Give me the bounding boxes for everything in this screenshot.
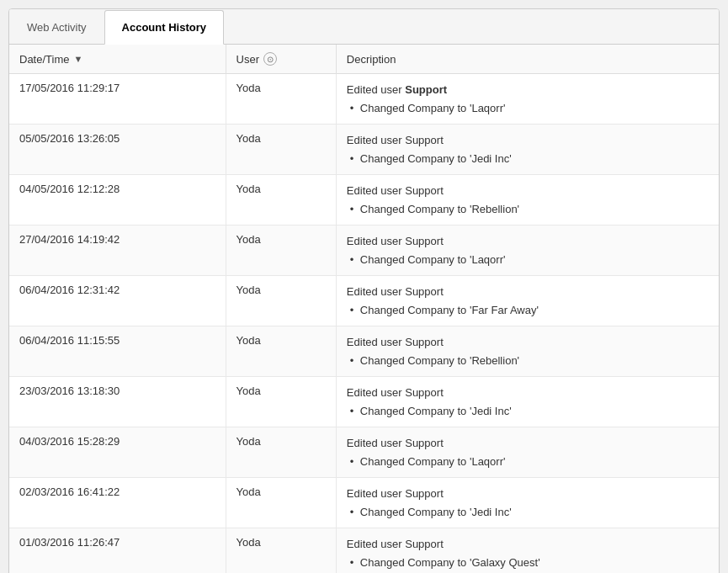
user-filter-icon[interactable]: ⊙ [263, 52, 277, 66]
description-sub: Changed Company to 'Laqorr' [347, 454, 709, 470]
description-main: Edited user Support [347, 233, 709, 250]
cell-description: Edited user SupportChanged Company to 'F… [336, 276, 719, 326]
cell-datetime: 23/03/2016 13:18:30 [9, 377, 226, 427]
description-main: Edited user Support [347, 132, 709, 149]
table-row: 04/05/2016 12:12:28YodaEdited user Suppo… [9, 175, 719, 225]
description-main: Edited user Support [347, 183, 709, 199]
table-header-row: Date/Time ▼ User ⊙ Decription [9, 45, 719, 74]
cell-user: Yoda [226, 74, 336, 125]
cell-user: Yoda [226, 175, 336, 225]
cell-user: Yoda [226, 478, 336, 528]
description-sub: Changed Company to 'Jedi Inc' [347, 403, 709, 420]
cell-user: Yoda [226, 427, 336, 478]
description-main: Edited user Support [347, 485, 709, 502]
cell-description: Edited user SupportChanged Company to 'R… [336, 326, 719, 377]
cell-datetime: 27/04/2016 14:19:42 [9, 225, 226, 276]
description-main: Edited user Support [347, 536, 709, 553]
cell-description: Edited user SupportChanged Company to 'J… [336, 377, 719, 427]
description-sub: Changed Company to 'Rebellion' [347, 353, 709, 369]
description-sub: Changed Company to 'Galaxy Quest' [347, 554, 709, 571]
cell-description: Edited user SupportChanged Company to 'L… [336, 225, 719, 276]
table-row: 06/04/2016 12:31:42YodaEdited user Suppo… [9, 276, 719, 326]
description-main: Edited user Support [347, 334, 709, 351]
cell-datetime: 06/04/2016 11:15:55 [9, 326, 226, 377]
description-main: Edited user Support [347, 82, 709, 98]
table-row: 04/03/2016 15:28:29YodaEdited user Suppo… [9, 427, 719, 478]
table-wrapper: Date/Time ▼ User ⊙ Decription [9, 45, 719, 573]
cell-datetime: 06/04/2016 12:31:42 [9, 276, 226, 326]
description-sub: Changed Company to 'Rebellion' [347, 201, 709, 218]
table-body: 17/05/2016 11:29:17YodaEdited user Suppo… [9, 74, 719, 574]
cell-datetime: 02/03/2016 16:41:22 [9, 478, 226, 528]
tab-account-history[interactable]: Account History [104, 10, 224, 45]
table-row: 17/05/2016 11:29:17YodaEdited user Suppo… [9, 74, 719, 125]
cell-description: Edited user SupportChanged Company to 'R… [336, 175, 719, 225]
table-row: 06/04/2016 11:15:55YodaEdited user Suppo… [9, 326, 719, 377]
col-header-user: User ⊙ [226, 45, 336, 74]
table-row: 02/03/2016 16:41:22YodaEdited user Suppo… [9, 478, 719, 528]
main-container: Web Activity Account History Date/Time ▼… [8, 8, 720, 573]
description-sub: Changed Company to 'Laqorr' [347, 100, 709, 117]
history-table: Date/Time ▼ User ⊙ Decription [9, 45, 719, 573]
col-datetime-label: Date/Time [19, 53, 69, 66]
cell-datetime: 05/05/2016 13:26:05 [9, 125, 226, 175]
cell-datetime: 04/03/2016 15:28:29 [9, 427, 226, 478]
cell-description: Edited user SupportChanged Company to 'J… [336, 478, 719, 528]
tab-bar: Web Activity Account History [9, 9, 719, 45]
cell-description: Edited user SupportChanged Company to 'G… [336, 528, 719, 574]
cell-user: Yoda [226, 125, 336, 175]
table-row: 05/05/2016 13:26:05YodaEdited user Suppo… [9, 125, 719, 175]
tab-web-activity[interactable]: Web Activity [9, 10, 104, 45]
cell-user: Yoda [226, 326, 336, 377]
description-main: Edited user Support [347, 435, 709, 452]
cell-description: Edited user SupportChanged Company to 'L… [336, 427, 719, 478]
table-row: 23/03/2016 13:18:30YodaEdited user Suppo… [9, 377, 719, 427]
cell-user: Yoda [226, 377, 336, 427]
description-main: Edited user Support [347, 284, 709, 300]
cell-description: Edited user SupportChanged Company to 'L… [336, 74, 719, 125]
cell-user: Yoda [226, 528, 336, 574]
description-sub: Changed Company to 'Jedi Inc' [347, 504, 709, 521]
cell-datetime: 17/05/2016 11:29:17 [9, 74, 226, 125]
description-sub: Changed Company to 'Jedi Inc' [347, 151, 709, 167]
col-header-datetime: Date/Time ▼ [9, 45, 226, 74]
col-user-label: User [236, 53, 259, 66]
description-main: Edited user Support [347, 385, 709, 401]
cell-datetime: 01/03/2016 11:26:47 [9, 528, 226, 574]
sort-down-icon[interactable]: ▼ [73, 54, 82, 64]
col-description-label: Decription [347, 53, 396, 66]
description-sub: Changed Company to 'Laqorr' [347, 252, 709, 268]
col-header-description: Decription [336, 45, 719, 74]
table-row: 01/03/2016 11:26:47YodaEdited user Suppo… [9, 528, 719, 574]
cell-datetime: 04/05/2016 12:12:28 [9, 175, 226, 225]
cell-user: Yoda [226, 276, 336, 326]
table-row: 27/04/2016 14:19:42YodaEdited user Suppo… [9, 225, 719, 276]
cell-description: Edited user SupportChanged Company to 'J… [336, 125, 719, 175]
description-sub: Changed Company to 'Far Far Away' [347, 302, 709, 319]
cell-user: Yoda [226, 225, 336, 276]
